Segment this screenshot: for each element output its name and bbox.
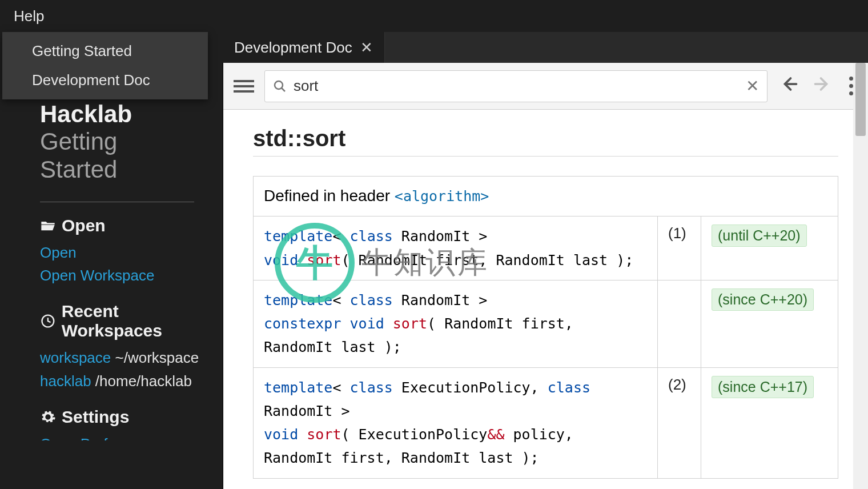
close-icon[interactable]: ✕: [360, 39, 373, 57]
sidebar-subtitle: Getting: [40, 128, 223, 155]
version-tag-cell: (since C++17): [701, 367, 838, 478]
tabbar: Development Doc ✕: [223, 32, 868, 63]
sidebar: Hacklab Getting Started Open Open Open W…: [0, 32, 223, 489]
help-dropdown: Getting Started Development Doc: [2, 32, 208, 99]
arrow-left-icon: [781, 75, 798, 93]
clock-icon: [40, 313, 56, 329]
recent-name: workspace: [40, 349, 111, 366]
signature-table: Defined in header <algorithm> template< …: [253, 176, 838, 479]
arrow-right-icon: [814, 75, 831, 93]
doc-title: std::sort: [253, 126, 838, 157]
settings-heading: Settings: [40, 407, 223, 427]
overload-number: [658, 280, 701, 367]
overload-number: (1): [658, 217, 701, 280]
search-input[interactable]: [294, 77, 739, 95]
version-tag-cell: (since C++20): [701, 280, 838, 367]
help-item-development-doc[interactable]: Development Doc: [2, 66, 208, 95]
recent-path: ~/workspace: [115, 349, 199, 366]
scrollbar-thumb[interactable]: [855, 63, 866, 136]
help-item-getting-started[interactable]: Getting Started: [2, 37, 208, 66]
svg-point-1: [275, 81, 283, 89]
version-pill: (since C++20): [712, 288, 814, 311]
recent-name: hacklab: [40, 372, 91, 390]
doc-body: std::sort 牛 牛知识库 Defined in header <algo…: [223, 110, 868, 489]
open-preferences-link[interactable]: Open Preferences: [40, 432, 160, 440]
header-include[interactable]: <algorithm>: [395, 188, 489, 205]
open-heading: Open: [40, 216, 223, 235]
gear-icon: [40, 409, 56, 425]
divider: [40, 202, 194, 202]
signature-cell: template< class RandomIt >void sort( Ran…: [254, 217, 658, 280]
recent-heading: Recent Workspaces: [40, 302, 223, 340]
clear-icon[interactable]: ✕: [746, 77, 759, 95]
search-box[interactable]: ✕: [264, 70, 767, 102]
forward-button[interactable]: [811, 75, 834, 97]
signature-cell: template< class ExecutionPolicy, class R…: [254, 367, 658, 478]
recent-path: /home/hacklab: [95, 372, 192, 390]
version-tag-cell: (until C++20): [701, 217, 838, 280]
svg-line-2: [282, 88, 285, 91]
search-icon: [273, 79, 287, 93]
open-link[interactable]: Open: [40, 241, 223, 264]
tab-label: Development Doc: [234, 39, 352, 57]
back-button[interactable]: [778, 75, 801, 97]
help-menu[interactable]: Help: [5, 2, 53, 31]
version-pill: (since C++17): [712, 376, 814, 398]
version-pill: (until C++20): [712, 225, 807, 247]
doc-toolbar: ✕: [223, 63, 868, 110]
folder-open-icon: [40, 218, 56, 234]
recent-item[interactable]: hacklab /home/hacklab: [40, 370, 223, 392]
recent-item[interactable]: workspace ~/workspace: [40, 346, 223, 369]
menubar: Help: [0, 0, 868, 32]
signature-cell: template< class RandomIt >constexpr void…: [254, 280, 658, 367]
editor-area: Development Doc ✕ ✕: [223, 32, 868, 489]
open-workspace-link[interactable]: Open Workspace: [40, 264, 223, 287]
scrollbar[interactable]: [853, 63, 868, 489]
sidebar-title: Hacklab: [40, 101, 223, 128]
hamburger-icon[interactable]: [234, 77, 254, 95]
sidebar-subtitle: Started: [40, 156, 223, 183]
doc-frame: ✕ std::sort 牛 牛知识库 Defined in: [223, 63, 868, 489]
overload-number: (2): [658, 367, 701, 478]
tab-development-doc[interactable]: Development Doc ✕: [223, 32, 385, 63]
header-row: Defined in header <algorithm>: [254, 177, 838, 217]
